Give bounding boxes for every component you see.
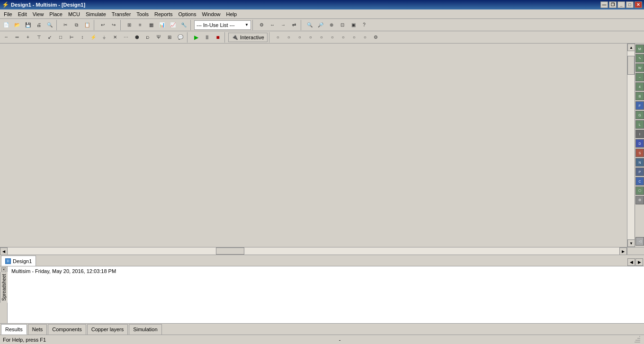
app-close-button[interactable]: ✕: [635, 1, 642, 8]
sim-settings-button[interactable]: ⚙: [371, 32, 381, 43]
word-gen-button[interactable]: G: [635, 111, 644, 119]
noconnect-button[interactable]: ✕: [110, 32, 120, 43]
postprocessor-button[interactable]: 🔧: [179, 20, 189, 30]
wattmeter-button[interactable]: W: [635, 63, 644, 72]
sim-pause-button[interactable]: ⏸: [202, 32, 212, 43]
labview-button[interactable]: ⬡: [635, 186, 644, 195]
menu-place[interactable]: Place: [46, 10, 65, 18]
3d-view-button[interactable]: ▦: [146, 20, 156, 30]
menu-reports[interactable]: Reports: [152, 10, 176, 18]
scroll-right-button[interactable]: ▶: [619, 247, 627, 255]
menu-options[interactable]: Options: [176, 10, 199, 18]
sim-inst-3[interactable]: ○: [295, 32, 305, 43]
zoom-out-button[interactable]: 🔎: [315, 20, 326, 30]
param-set-button[interactable]: Ψ: [153, 32, 164, 43]
wire-button[interactable]: ╌: [1, 32, 11, 43]
canvas-wrapper[interactable]: [0, 44, 627, 247]
hier-conn-button[interactable]: ⊢: [66, 32, 77, 43]
sim-inst-7[interactable]: ○: [338, 32, 349, 43]
zoom-sheet-button[interactable]: ▣: [348, 20, 358, 30]
probe-button[interactable]: ⬢: [132, 32, 142, 43]
tab-copper-layers[interactable]: Copper layers: [87, 324, 128, 335]
hier-block-button[interactable]: □: [55, 32, 66, 43]
measurement-probe-button[interactable]: P: [635, 168, 644, 176]
iv-analyzer-button[interactable]: I: [635, 130, 644, 138]
sim-inst-6[interactable]: ○: [327, 32, 338, 43]
ground-button[interactable]: ⏚: [99, 32, 109, 43]
zoom-fit-button[interactable]: ⊡: [337, 20, 348, 30]
multimeter-button[interactable]: M: [635, 44, 644, 53]
design1-tab[interactable]: D Design1: [1, 256, 36, 266]
doc-minimize-button[interactable]: _: [617, 1, 625, 8]
current-clamp-button[interactable]: C: [635, 177, 644, 185]
tab-components[interactable]: Components: [48, 324, 86, 335]
spectrum-button[interactable]: S: [635, 149, 644, 157]
tab-simulation[interactable]: Simulation: [129, 324, 161, 335]
net-label-button[interactable]: ⊤: [34, 32, 44, 43]
forward-annotate-button[interactable]: →: [278, 20, 288, 30]
sim-stop-button[interactable]: ■: [213, 32, 223, 43]
func-gen-button[interactable]: ∿: [635, 54, 644, 62]
sim-run-button[interactable]: ▶: [191, 32, 201, 43]
junction-button[interactable]: +: [23, 32, 33, 43]
grapher-button[interactable]: 📈: [168, 20, 178, 30]
spreadsheet-view-button[interactable]: ≡: [135, 20, 145, 30]
bus-vector-button[interactable]: ⫐: [143, 32, 153, 43]
cut-button[interactable]: ✂: [60, 20, 71, 30]
redo-button[interactable]: ↪: [108, 20, 119, 30]
scroll-up-button[interactable]: ▲: [627, 44, 635, 51]
bus-entry-button[interactable]: ↙: [45, 32, 55, 43]
menu-window[interactable]: Window: [199, 10, 223, 18]
undo-button[interactable]: ↩: [98, 20, 108, 30]
open-button[interactable]: 📂: [12, 20, 22, 30]
menu-tools[interactable]: Tools: [134, 10, 152, 18]
bom-button[interactable]: 📊: [157, 20, 167, 30]
tab-scroll-left[interactable]: ◀: [627, 258, 635, 266]
pcb-button[interactable]: ⊞: [164, 32, 175, 43]
new-button[interactable]: 📄: [1, 20, 11, 30]
misc-button[interactable]: ⋯: [121, 32, 131, 43]
scroll-track-horizontal[interactable]: [8, 247, 619, 255]
zoom-area-button[interactable]: ⊕: [326, 20, 337, 30]
distortion-button[interactable]: D: [635, 139, 644, 148]
help-button[interactable]: ?: [359, 20, 369, 30]
menu-file[interactable]: File: [1, 10, 15, 18]
paste-button[interactable]: 📋: [82, 20, 92, 30]
app-minimize-button[interactable]: —: [600, 1, 608, 8]
logic-analyzer-button[interactable]: L: [635, 120, 644, 129]
scroll-thumb-vertical[interactable]: [627, 56, 635, 75]
menu-edit[interactable]: Edit: [15, 10, 30, 18]
app-restore-button[interactable]: ❐: [609, 1, 617, 8]
sim-inst-5[interactable]: ○: [316, 32, 327, 43]
sim-inst-1[interactable]: ○: [273, 32, 283, 43]
panel-collapse-button[interactable]: ◁: [635, 237, 644, 246]
save-button[interactable]: 💾: [23, 20, 33, 30]
menu-simulate[interactable]: Simulate: [83, 10, 109, 18]
doc-maximize-button[interactable]: □: [626, 1, 634, 8]
oscilloscope-button[interactable]: ~: [635, 73, 644, 81]
run-drc-button[interactable]: ⚙: [256, 20, 267, 30]
in-use-list-dropdown[interactable]: --- In-Use List --- ▼: [194, 20, 251, 30]
interactive-button[interactable]: 🔌 Interactive: [228, 33, 268, 42]
menu-view[interactable]: View: [30, 10, 47, 18]
component-button[interactable]: ⊞: [124, 20, 134, 30]
tab-results[interactable]: Results: [1, 324, 27, 335]
scroll-track-vertical[interactable]: [627, 51, 635, 239]
copy-button[interactable]: ⧉: [71, 20, 81, 30]
niaaa-button[interactable]: ⚙: [635, 196, 644, 204]
zoom-in-button[interactable]: 🔍: [304, 20, 315, 30]
4ch-osc-button[interactable]: 4: [635, 82, 644, 91]
menu-transfer[interactable]: Transfer: [109, 10, 134, 18]
offpage-button[interactable]: ↕: [77, 32, 88, 43]
spreadsheet-label[interactable]: Spreadsheet: [0, 272, 8, 303]
scroll-down-button[interactable]: ▼: [627, 239, 635, 247]
scroll-thumb-horizontal[interactable]: [216, 247, 244, 255]
xfer-button[interactable]: ⇄: [289, 20, 299, 30]
sim-inst-4[interactable]: ○: [305, 32, 316, 43]
tab-nets[interactable]: Nets: [28, 324, 47, 335]
bode-plotter-button[interactable]: B: [635, 92, 644, 100]
place-comment-button[interactable]: 💬: [175, 32, 186, 43]
back-annotate-button[interactable]: ↔: [267, 20, 277, 30]
network-button[interactable]: N: [635, 158, 644, 167]
sim-inst-9[interactable]: ○: [360, 32, 370, 43]
